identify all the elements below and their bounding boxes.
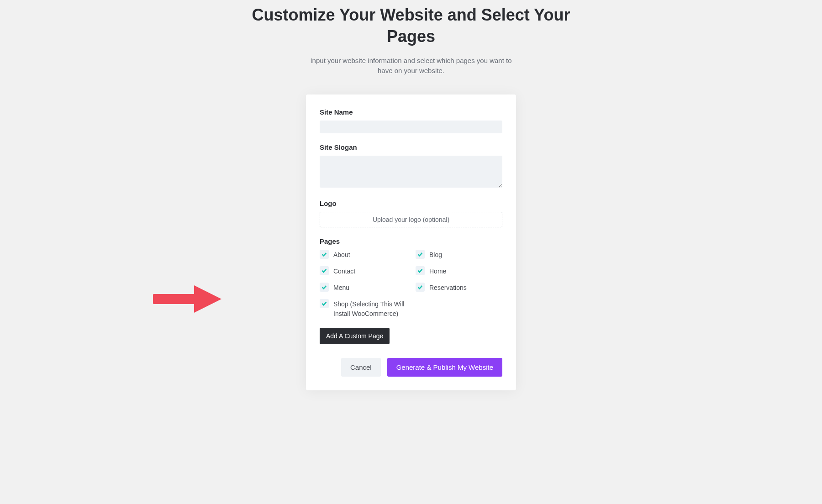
page-item-shop[interactable]: Shop (Selecting This Will Install WooCom… [320,299,406,319]
svg-rect-0 [153,294,199,304]
site-slogan-input[interactable] [320,156,502,188]
check-icon [417,268,423,274]
checkbox-contact[interactable] [320,266,329,275]
page-item-blog[interactable]: Blog [416,250,502,260]
check-icon [417,284,423,290]
customize-card: Site Name Site Slogan Logo Upload your l… [306,94,516,390]
page-label-menu: Menu [333,283,349,293]
check-icon [321,268,327,274]
page-title: Customize Your Website and Select Your P… [251,5,571,47]
checkbox-menu[interactable] [320,283,329,292]
site-name-label: Site Name [320,108,502,116]
check-icon [321,284,327,290]
site-slogan-label: Site Slogan [320,143,502,151]
annotation-arrow-icon [153,285,226,313]
pages-label: Pages [320,237,502,245]
page-subtitle: Input your website information and selec… [306,56,516,76]
checkbox-shop[interactable] [320,299,329,308]
logo-label: Logo [320,200,502,207]
cancel-button[interactable]: Cancel [341,358,381,377]
check-icon [321,300,327,307]
checkbox-blog[interactable] [416,250,425,259]
page-label-shop: Shop (Selecting This Will Install WooCom… [333,299,406,319]
check-icon [417,251,423,257]
page-item-reservations[interactable]: Reservations [416,283,502,293]
page-label-reservations: Reservations [429,283,467,293]
site-name-input[interactable] [320,121,502,133]
checkbox-about[interactable] [320,250,329,259]
page-label-about: About [333,250,350,260]
page-item-menu[interactable]: Menu [320,283,406,293]
page-label-contact: Contact [333,266,355,276]
page-item-contact[interactable]: Contact [320,266,406,276]
checkbox-reservations[interactable] [416,283,425,292]
add-custom-page-button[interactable]: Add A Custom Page [320,328,390,344]
page-item-about[interactable]: About [320,250,406,260]
check-icon [321,251,327,257]
svg-marker-1 [194,285,221,313]
page-label-blog: Blog [429,250,442,260]
generate-publish-button[interactable]: Generate & Publish My Website [387,358,502,377]
page-label-home: Home [429,266,446,276]
page-item-home[interactable]: Home [416,266,502,276]
logo-upload[interactable]: Upload your logo (optional) [320,212,502,227]
checkbox-home[interactable] [416,266,425,275]
